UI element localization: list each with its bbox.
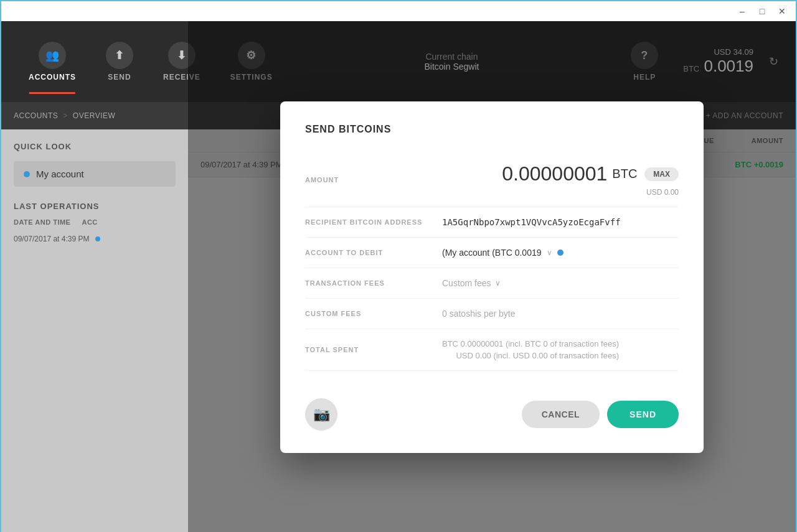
modal-fees-label: TRANSACTION FEES [305,279,442,287]
ops-row[interactable]: 09/07/2017 at 4:39 PM [14,231,176,247]
nav-label-accounts: ACCOUNTS [29,73,76,82]
breadcrumb-separator: > [63,111,68,120]
modal-row-debit: ACCOUNT TO DEBIT (My account (BTC 0.0019… [305,238,679,268]
modal-fees-value: Custom fees [442,278,491,288]
modal-recipient-label: RECIPIENT BITCOIN ADDRESS [305,218,442,226]
send-button[interactable]: SEND [607,401,679,428]
modal-total-line2: USD 0.00 (incl. USD 0.00 of transaction … [456,351,619,360]
account-item-my-account[interactable]: My account [14,161,176,187]
modal-amount-usd: USD 0.00 [646,188,679,197]
accounts-icon: 👥 [39,42,66,69]
cancel-button[interactable]: CANCEL [522,401,600,428]
breadcrumb-accounts: ACCOUNTS [14,111,58,120]
modal-amount-value: 0.00000001 [502,162,607,185]
modal-row-amount: AMOUNT 0.00000001 BTC MAX USD 0.00 [305,152,679,207]
fees-dropdown[interactable]: Custom fees ∨ [442,278,501,288]
ops-row-date: 09/07/2017 at 4:39 PM [14,235,89,243]
modal-total-line1: BTC 0.00000001 (incl. BTC 0 of transacti… [442,339,619,348]
account-debit-name: (My account (BTC 0.0019 [442,248,542,258]
account-debit[interactable]: (My account (BTC 0.0019 ∨ [442,248,564,258]
ops-col-acc: ACC [82,218,97,226]
account-dot [24,171,30,177]
window-frame: – □ ✕ 👥 ACCOUNTS ⬆ SEND ⬇ RECEIVE ⚙ SETT… [0,0,797,532]
ops-col-date: DATE AND TIME [14,218,70,226]
account-debit-dot [557,250,564,256]
max-button[interactable]: MAX [644,167,679,181]
ops-dot [95,236,100,241]
fees-chevron-icon: ∨ [495,279,501,287]
send-icon: ⬆ [106,42,133,69]
sidebar: QUICK LOOK My account LAST OPERATIONS DA… [1,129,188,532]
modal-row-recipient: RECIPIENT BITCOIN ADDRESS 1A5GqrNbpo7xwp… [305,207,679,238]
modal-row-total: TOTAL SPENT BTC 0.00000001 (incl. BTC 0 … [305,329,679,371]
amount-top: 0.00000001 BTC MAX [442,162,679,185]
chevron-down-icon: ∨ [547,248,552,257]
modal-debit-label: ACCOUNT TO DEBIT [305,249,442,256]
quick-look-title: QUICK LOOK [14,142,176,151]
main-content: COUNTERVALUE AMOUNT 09/07/2017 at 4:39 P… [188,129,796,532]
breadcrumb-overview: OVERVIEW [73,111,115,120]
modal-footer: 📷 CANCEL SEND [305,388,679,431]
close-button[interactable]: ✕ [773,2,791,20]
last-ops-title: LAST OPERATIONS [14,202,176,211]
modal-recipient-address: 1A5GqrNbpo7xwpt1VQVvcA5yzoEcgaFvff [442,217,621,227]
maximize-button[interactable]: □ [753,2,771,20]
modal-btc-label: BTC [612,167,637,181]
modal-title: SEND BITCOINS [305,124,679,135]
title-bar: – □ ✕ [1,1,796,21]
modal-row-fees: TRANSACTION FEES Custom fees ∨ [305,268,679,299]
ops-header: DATE AND TIME ACC [14,218,176,226]
total-spent-values: BTC 0.00000001 (incl. BTC 0 of transacti… [442,339,619,360]
account-name: My account [36,169,84,179]
camera-button[interactable]: 📷 [305,398,337,431]
app-content: QUICK LOOK My account LAST OPERATIONS DA… [1,129,796,532]
camera-icon: 📷 [313,406,330,422]
modal-amount-label: AMOUNT [305,176,442,184]
modal-custom-fees-value: 0 satoshis per byte [442,309,516,319]
modal-row-custom-fees: CUSTOM FEES 0 satoshis per byte [305,299,679,329]
modal: SEND BITCOINS AMOUNT 0.00000001 BTC MAX … [280,101,704,453]
minimize-button[interactable]: – [733,2,751,20]
nav-item-accounts[interactable]: 👥 ACCOUNTS [14,35,91,88]
overlay: SEND BITCOINS AMOUNT 0.00000001 BTC MAX … [188,21,796,532]
footer-buttons: CANCEL SEND [522,401,679,428]
modal-total-label: TOTAL SPENT [305,346,442,353]
nav-label-send: SEND [108,73,131,82]
modal-custom-fees-label: CUSTOM FEES [305,310,442,317]
nav-item-send[interactable]: ⬆ SEND [91,35,148,88]
breadcrumb: ACCOUNTS > OVERVIEW [14,111,115,120]
